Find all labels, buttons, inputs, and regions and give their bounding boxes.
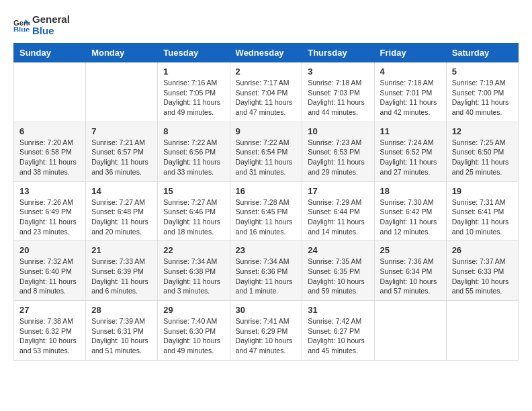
calendar-cell: 28Sunrise: 7:39 AMSunset: 6:31 PMDayligh… bbox=[86, 301, 158, 361]
calendar-cell: 2Sunrise: 7:17 AMSunset: 7:04 PMDaylight… bbox=[230, 62, 302, 122]
day-number: 22 bbox=[163, 245, 224, 255]
calendar-cell: 1Sunrise: 7:16 AMSunset: 7:05 PMDaylight… bbox=[158, 62, 230, 122]
calendar-cell: 13Sunrise: 7:26 AMSunset: 6:49 PMDayligh… bbox=[14, 181, 86, 241]
calendar-cell bbox=[14, 62, 86, 122]
day-number: 15 bbox=[163, 186, 224, 196]
svg-text:Blue: Blue bbox=[13, 26, 30, 32]
day-number: 12 bbox=[452, 126, 513, 136]
logo-text-blue: Blue bbox=[32, 25, 70, 36]
day-number: 21 bbox=[91, 245, 152, 255]
calendar-cell: 14Sunrise: 7:27 AMSunset: 6:48 PMDayligh… bbox=[86, 181, 158, 241]
day-info: Sunrise: 7:27 AMSunset: 6:46 PMDaylight:… bbox=[163, 197, 224, 237]
day-number: 1 bbox=[163, 66, 224, 77]
weekday-header-friday: Friday bbox=[374, 44, 446, 62]
calendar: SundayMondayTuesdayWednesdayThursdayFrid… bbox=[13, 43, 519, 361]
day-number: 3 bbox=[308, 66, 368, 77]
day-number: 27 bbox=[19, 305, 80, 315]
day-number: 5 bbox=[452, 66, 513, 77]
calendar-cell: 23Sunrise: 7:34 AMSunset: 6:36 PMDayligh… bbox=[230, 241, 302, 301]
day-info: Sunrise: 7:27 AMSunset: 6:48 PMDaylight:… bbox=[91, 197, 152, 237]
day-info: Sunrise: 7:34 AMSunset: 6:38 PMDaylight:… bbox=[163, 257, 224, 296]
calendar-cell: 10Sunrise: 7:23 AMSunset: 6:53 PMDayligh… bbox=[302, 122, 374, 181]
calendar-cell: 30Sunrise: 7:41 AMSunset: 6:29 PMDayligh… bbox=[230, 301, 302, 361]
day-info: Sunrise: 7:18 AMSunset: 7:01 PMDaylight:… bbox=[380, 78, 441, 118]
week-row-1: 1Sunrise: 7:16 AMSunset: 7:05 PMDaylight… bbox=[14, 62, 519, 122]
calendar-cell: 17Sunrise: 7:29 AMSunset: 6:44 PMDayligh… bbox=[302, 181, 374, 241]
calendar-cell: 31Sunrise: 7:42 AMSunset: 6:27 PMDayligh… bbox=[302, 301, 374, 361]
calendar-cell: 4Sunrise: 7:18 AMSunset: 7:01 PMDaylight… bbox=[374, 62, 446, 122]
day-number: 4 bbox=[380, 66, 441, 77]
calendar-cell: 21Sunrise: 7:33 AMSunset: 6:39 PMDayligh… bbox=[86, 241, 158, 301]
weekday-header-monday: Monday bbox=[86, 44, 158, 62]
calendar-cell: 18Sunrise: 7:30 AMSunset: 6:42 PMDayligh… bbox=[374, 181, 446, 241]
day-info: Sunrise: 7:41 AMSunset: 6:29 PMDaylight:… bbox=[236, 316, 297, 356]
day-info: Sunrise: 7:42 AMSunset: 6:27 PMDaylight:… bbox=[308, 316, 368, 356]
weekday-header-thursday: Thursday bbox=[302, 44, 374, 62]
day-info: Sunrise: 7:26 AMSunset: 6:49 PMDaylight:… bbox=[19, 197, 80, 237]
day-info: Sunrise: 7:23 AMSunset: 6:53 PMDaylight:… bbox=[308, 138, 368, 177]
calendar-cell: 27Sunrise: 7:38 AMSunset: 6:32 PMDayligh… bbox=[14, 301, 86, 361]
day-info: Sunrise: 7:22 AMSunset: 6:54 PMDaylight:… bbox=[236, 138, 297, 177]
day-number: 25 bbox=[380, 245, 441, 255]
calendar-cell: 11Sunrise: 7:24 AMSunset: 6:52 PMDayligh… bbox=[374, 122, 446, 181]
day-info: Sunrise: 7:35 AMSunset: 6:35 PMDaylight:… bbox=[308, 257, 368, 296]
header: General Blue General Blue bbox=[13, 13, 519, 36]
day-info: Sunrise: 7:33 AMSunset: 6:39 PMDaylight:… bbox=[91, 257, 152, 296]
day-info: Sunrise: 7:37 AMSunset: 6:33 PMDaylight:… bbox=[452, 257, 513, 296]
day-info: Sunrise: 7:32 AMSunset: 6:40 PMDaylight:… bbox=[19, 257, 80, 296]
calendar-cell: 19Sunrise: 7:31 AMSunset: 6:41 PMDayligh… bbox=[446, 181, 518, 241]
day-info: Sunrise: 7:29 AMSunset: 6:44 PMDaylight:… bbox=[308, 197, 368, 237]
calendar-cell: 9Sunrise: 7:22 AMSunset: 6:54 PMDaylight… bbox=[230, 122, 302, 181]
day-number: 19 bbox=[452, 186, 513, 196]
day-info: Sunrise: 7:20 AMSunset: 6:58 PMDaylight:… bbox=[19, 138, 80, 177]
week-row-2: 6Sunrise: 7:20 AMSunset: 6:58 PMDaylight… bbox=[14, 122, 519, 181]
calendar-cell: 16Sunrise: 7:28 AMSunset: 6:45 PMDayligh… bbox=[230, 181, 302, 241]
calendar-cell: 29Sunrise: 7:40 AMSunset: 6:30 PMDayligh… bbox=[158, 301, 230, 361]
day-number: 24 bbox=[308, 245, 368, 255]
day-number: 8 bbox=[163, 126, 224, 136]
day-info: Sunrise: 7:24 AMSunset: 6:52 PMDaylight:… bbox=[380, 138, 441, 177]
day-info: Sunrise: 7:19 AMSunset: 7:00 PMDaylight:… bbox=[452, 78, 513, 118]
calendar-cell bbox=[374, 301, 446, 361]
day-number: 2 bbox=[236, 66, 297, 77]
calendar-cell: 25Sunrise: 7:36 AMSunset: 6:34 PMDayligh… bbox=[374, 241, 446, 301]
day-number: 28 bbox=[91, 305, 152, 315]
calendar-cell: 8Sunrise: 7:22 AMSunset: 6:56 PMDaylight… bbox=[158, 122, 230, 181]
day-number: 23 bbox=[236, 245, 297, 255]
day-info: Sunrise: 7:25 AMSunset: 6:50 PMDaylight:… bbox=[452, 138, 513, 177]
day-info: Sunrise: 7:39 AMSunset: 6:31 PMDaylight:… bbox=[91, 316, 152, 356]
day-info: Sunrise: 7:38 AMSunset: 6:32 PMDaylight:… bbox=[19, 316, 80, 356]
day-number: 26 bbox=[452, 245, 513, 255]
day-number: 30 bbox=[236, 305, 297, 315]
calendar-cell: 5Sunrise: 7:19 AMSunset: 7:00 PMDaylight… bbox=[446, 62, 518, 122]
day-info: Sunrise: 7:40 AMSunset: 6:30 PMDaylight:… bbox=[163, 316, 224, 356]
weekday-header-sunday: Sunday bbox=[14, 44, 86, 62]
calendar-cell bbox=[86, 62, 158, 122]
calendar-cell: 3Sunrise: 7:18 AMSunset: 7:03 PMDaylight… bbox=[302, 62, 374, 122]
calendar-cell: 26Sunrise: 7:37 AMSunset: 6:33 PMDayligh… bbox=[446, 241, 518, 301]
calendar-cell: 22Sunrise: 7:34 AMSunset: 6:38 PMDayligh… bbox=[158, 241, 230, 301]
day-info: Sunrise: 7:16 AMSunset: 7:05 PMDaylight:… bbox=[163, 78, 224, 118]
calendar-cell: 24Sunrise: 7:35 AMSunset: 6:35 PMDayligh… bbox=[302, 241, 374, 301]
day-number: 29 bbox=[163, 305, 224, 315]
weekday-header-saturday: Saturday bbox=[446, 44, 518, 62]
day-number: 6 bbox=[19, 126, 80, 136]
day-info: Sunrise: 7:22 AMSunset: 6:56 PMDaylight:… bbox=[163, 138, 224, 177]
logo-text-general: General bbox=[32, 13, 70, 25]
day-number: 31 bbox=[308, 305, 368, 315]
day-info: Sunrise: 7:28 AMSunset: 6:45 PMDaylight:… bbox=[236, 197, 297, 237]
day-info: Sunrise: 7:17 AMSunset: 7:04 PMDaylight:… bbox=[236, 78, 297, 118]
day-info: Sunrise: 7:34 AMSunset: 6:36 PMDaylight:… bbox=[236, 257, 297, 296]
week-row-5: 27Sunrise: 7:38 AMSunset: 6:32 PMDayligh… bbox=[14, 301, 519, 361]
logo: General Blue General Blue bbox=[13, 13, 70, 36]
calendar-cell: 6Sunrise: 7:20 AMSunset: 6:58 PMDaylight… bbox=[14, 122, 86, 181]
day-number: 16 bbox=[236, 186, 297, 196]
weekday-header-wednesday: Wednesday bbox=[230, 44, 302, 62]
day-info: Sunrise: 7:31 AMSunset: 6:41 PMDaylight:… bbox=[452, 197, 513, 237]
day-info: Sunrise: 7:36 AMSunset: 6:34 PMDaylight:… bbox=[380, 257, 441, 296]
day-number: 11 bbox=[380, 126, 441, 136]
day-info: Sunrise: 7:18 AMSunset: 7:03 PMDaylight:… bbox=[308, 78, 368, 118]
calendar-cell: 20Sunrise: 7:32 AMSunset: 6:40 PMDayligh… bbox=[14, 241, 86, 301]
day-number: 13 bbox=[19, 186, 80, 196]
calendar-cell: 7Sunrise: 7:21 AMSunset: 6:57 PMDaylight… bbox=[86, 122, 158, 181]
